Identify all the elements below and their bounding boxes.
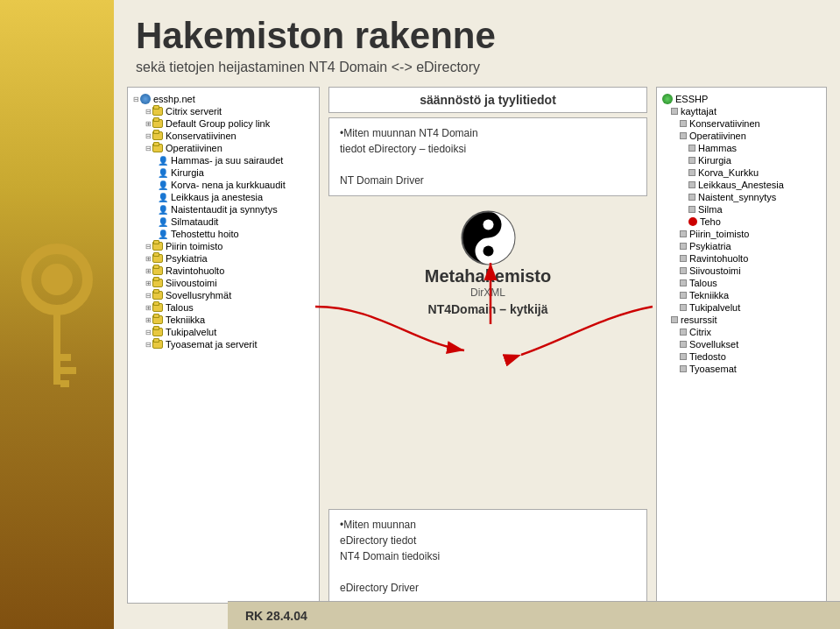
- folder-icon: [152, 242, 163, 251]
- tree-expand[interactable]: ⊟: [145, 132, 152, 140]
- left-tree-item: 👤Leikkaus ja anestesia: [133, 191, 314, 203]
- metahakemisto-label: Metahakemisto: [425, 266, 552, 286]
- left-tree-item: ⊞Psykiatria: [133, 252, 314, 265]
- right-tree-label: Tiedosto: [689, 351, 726, 362]
- tree-expand[interactable]: ⊞: [145, 304, 152, 312]
- doc-icon: [680, 341, 687, 348]
- tree-expand[interactable]: ⊟: [145, 108, 152, 116]
- right-tree-label: Siivoustoimi: [689, 265, 741, 276]
- right-tree-label: Operatiivinen: [689, 131, 746, 141]
- tree-item-label: esshp.net: [153, 94, 195, 104]
- saannosto-box: säännöstö ja tyylitiedot: [328, 87, 647, 113]
- yinyang-icon: [460, 209, 517, 266]
- tree-expand[interactable]: ⊟: [145, 243, 152, 251]
- right-tree-item: kayttajat: [662, 105, 821, 117]
- right-tree-label: Hammas: [698, 143, 737, 153]
- tree-expand[interactable]: ⊟: [145, 341, 152, 349]
- folder-icon: [152, 303, 163, 312]
- right-tree-label: Silma: [698, 204, 723, 215]
- svg-rect-2: [53, 306, 60, 385]
- globe-icon: [140, 94, 151, 104]
- person-icon: 👤: [158, 230, 168, 239]
- doc-icon: [688, 145, 695, 152]
- right-tree-label: Tukipalvelut: [689, 302, 740, 313]
- right-tree-item: Hammas: [662, 142, 821, 154]
- svg-point-1: [41, 264, 73, 295]
- page-title: Hakemiston rakenne: [136, 16, 818, 56]
- right-tree-item: ESSHP: [662, 93, 821, 105]
- left-tree-item: ⊟Operatiivinen: [133, 142, 314, 154]
- right-tree-item: Teho: [662, 216, 821, 228]
- tree-expand[interactable]: ⊟: [145, 145, 152, 152]
- tree-item-label: Hammas- ja suu sairaudet: [171, 155, 283, 166]
- left-tree-item: ⊟Piirin toimisto: [133, 240, 314, 252]
- left-tree-item: ⊟Citrix serverit: [133, 105, 314, 117]
- doc-icon: [680, 230, 687, 237]
- tree-item-label: Tyoasemat ja serverit: [166, 339, 258, 350]
- tree-expand[interactable]: ⊞: [145, 255, 152, 263]
- right-tree-label: Tyoasemat: [689, 364, 737, 374]
- left-tree-item: ⊞Talous: [133, 301, 314, 314]
- right-tree-item: Silma: [662, 203, 821, 216]
- left-tree-item: 👤Silmataudit: [133, 216, 314, 228]
- left-tree-item: ⊟esshp.net: [133, 93, 314, 105]
- doc-icon: [688, 157, 695, 164]
- tree-expand[interactable]: ⊞: [145, 279, 152, 287]
- tree-expand[interactable]: ⊞: [145, 120, 152, 128]
- info-top-line2: tiedot eDirectory – tiedoiksi: [340, 141, 636, 157]
- folder-icon: [152, 328, 163, 336]
- svg-rect-5: [60, 380, 69, 387]
- right-tree-panel: ESSHPkayttajatKonservatiivinenOperatiivi…: [656, 87, 827, 604]
- right-tree-item: Leikkaus_Anestesia: [662, 179, 821, 191]
- svg-rect-4: [60, 367, 76, 374]
- info-bottom-line1: •Miten muunnan: [340, 517, 636, 533]
- folder-icon: [152, 107, 163, 116]
- doc-icon: [671, 316, 678, 323]
- right-tree-item: Operatiivinen: [662, 130, 821, 142]
- tree-expand[interactable]: ⊟: [145, 329, 152, 336]
- doc-icon: [680, 353, 687, 360]
- svg-point-8: [483, 246, 493, 257]
- tree-expand[interactable]: ⊞: [145, 267, 152, 275]
- tree-expand[interactable]: ⊞: [145, 316, 152, 324]
- right-tree-label: Talous: [689, 278, 717, 288]
- info-top-line3: NT Domain Driver: [340, 173, 636, 188]
- right-tree-label: Leikkaus_Anestesia: [698, 180, 784, 190]
- left-tree-item: 👤Naistentaudit ja synnytys: [133, 203, 314, 216]
- person-icon: 👤: [158, 180, 168, 190]
- right-tree-item: Siivoustoimi: [662, 265, 821, 277]
- footer: RK 28.4.04 10: [228, 601, 840, 629]
- doc-icon: [680, 292, 687, 299]
- tree-item-label: Siivoustoimi: [166, 278, 217, 288]
- tree-item-label: Operatiivinen: [166, 143, 222, 153]
- person-icon: 👤: [158, 205, 168, 215]
- folder-icon: [152, 279, 163, 287]
- right-tree-label: Naistent_synnytys: [698, 192, 776, 202]
- folder-icon: [152, 144, 163, 152]
- header: Hakemiston rakenne sekä tietojen heijast…: [114, 0, 840, 82]
- left-tree-item: 👤Kirurgia: [133, 166, 314, 179]
- folder-icon: [152, 315, 163, 324]
- left-tree-item: ⊞Default Group policy link: [133, 117, 314, 130]
- tree-expand[interactable]: ⊟: [145, 292, 152, 300]
- tree-item-label: Piirin toimisto: [166, 241, 222, 251]
- right-tree-item: Tiedosto: [662, 350, 821, 363]
- info-bottom-line2: eDirectory tiedot: [340, 533, 636, 548]
- doc-icon: [688, 169, 695, 176]
- right-tree-label: Kirurgia: [698, 155, 731, 166]
- left-tree-item: 👤Hammas- ja suu sairaudet: [133, 154, 314, 166]
- tree-expand[interactable]: ⊟: [133, 95, 139, 103]
- tree-item-label: Naistentaudit ja synnytys: [171, 204, 278, 215]
- info-top-box: •Miten muunnan NT4 Domain tiedot eDirect…: [328, 117, 647, 196]
- doc-icon: [688, 194, 695, 201]
- right-tree-item: Talous: [662, 277, 821, 289]
- dirxml-label: DirXML: [470, 286, 505, 299]
- person-icon: 👤: [158, 193, 168, 202]
- folder-icon: [152, 119, 163, 128]
- tree-item-label: Kirurgia: [171, 167, 204, 178]
- tree-item-label: Sovellusryhmät: [166, 290, 231, 300]
- main-content: Hakemiston rakenne sekä tietojen heijast…: [114, 0, 840, 629]
- tree-item-label: Tehostettu hoito: [171, 229, 239, 239]
- right-tree-item: Kirurgia: [662, 154, 821, 166]
- right-tree-label: Citrix: [689, 327, 711, 337]
